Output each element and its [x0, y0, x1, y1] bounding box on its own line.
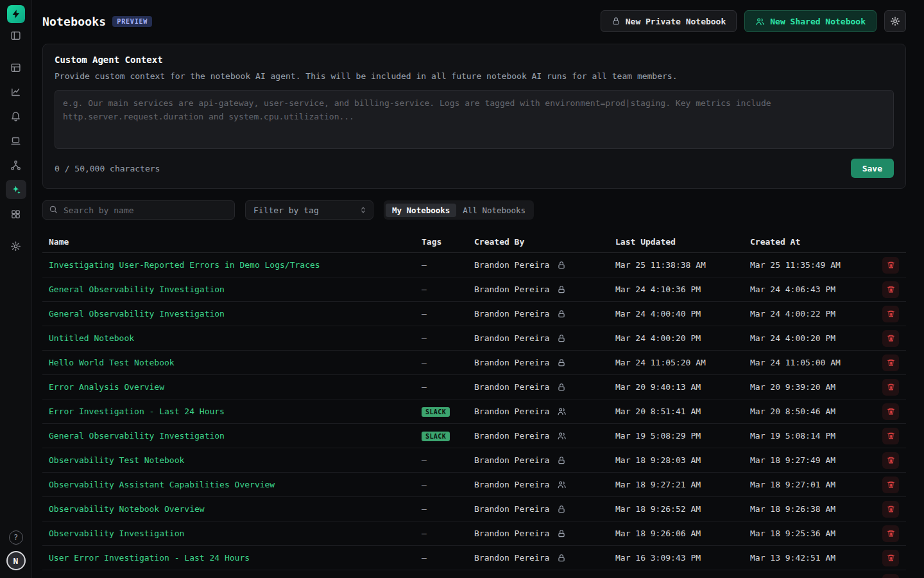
delete-notebook-button[interactable]	[882, 281, 899, 298]
creator-name: Brandon Pereira	[474, 333, 549, 343]
lock-icon	[557, 505, 566, 514]
created-at: Mar 24 11:05:00 AM	[750, 358, 878, 367]
new-private-notebook-button[interactable]: New Private Notebook	[601, 10, 737, 32]
sidebar-item-hosts[interactable]	[6, 131, 26, 150]
search-input[interactable]	[42, 200, 235, 220]
panel-left-icon	[10, 30, 21, 41]
delete-notebook-button[interactable]	[882, 306, 899, 322]
notebook-name-link[interactable]: Hello World Test Notebook	[49, 358, 175, 367]
lock-icon	[557, 529, 566, 538]
help-button[interactable]: ?	[9, 530, 23, 545]
delete-notebook-button[interactable]	[882, 355, 899, 371]
sidebar-item-services[interactable]	[6, 155, 26, 175]
table-row[interactable]: Untitled Notebook — Brandon Pereira Mar …	[42, 326, 906, 351]
delete-notebook-button[interactable]	[882, 550, 899, 566]
table-row[interactable]: General Observability Investigation SLAC…	[42, 424, 906, 448]
creator-name: Brandon Pereira	[474, 480, 549, 489]
last-updated: Mar 20 9:40:13 AM	[615, 382, 750, 392]
table-row[interactable]: General Observability Investigation — Br…	[42, 277, 906, 302]
notebook-name-link[interactable]: Observability Test Notebook	[49, 455, 184, 465]
notebook-name-link[interactable]: General Observability Investigation	[49, 431, 225, 441]
notebook-name-link[interactable]: Observability Assistant Capabilities Ove…	[49, 480, 275, 489]
trash-icon	[887, 285, 895, 293]
save-button[interactable]: Save	[851, 159, 894, 178]
delete-notebook-button[interactable]	[882, 525, 899, 542]
creator-name: Brandon Pereira	[474, 455, 549, 465]
sidebar-item-apps[interactable]	[6, 204, 26, 223]
delete-notebook-button[interactable]	[882, 574, 899, 578]
delete-notebook-button[interactable]	[882, 330, 899, 347]
column-last-updated: Last Updated	[615, 237, 750, 247]
delete-notebook-button[interactable]	[882, 403, 899, 420]
sidebar-item-alerts[interactable]	[6, 107, 26, 126]
column-created-by: Created By	[474, 237, 615, 247]
created-at: Mar 24 4:06:43 PM	[750, 285, 878, 294]
sidebar-item-tables[interactable]	[6, 58, 26, 77]
tag-badge: SLACK	[422, 407, 450, 417]
sidebar-item-panels[interactable]	[6, 26, 26, 45]
delete-notebook-button[interactable]	[882, 379, 899, 396]
users-icon	[557, 407, 567, 416]
notebook-name-link[interactable]: Untitled Notebook	[49, 333, 134, 343]
creator-name: Brandon Pereira	[474, 382, 549, 392]
tab-all-notebooks[interactable]: All Notebooks	[456, 204, 532, 217]
lightning-bolt-icon	[11, 9, 21, 19]
created-at: Mar 20 9:39:20 AM	[750, 382, 878, 392]
trash-icon	[887, 383, 895, 391]
notebook-name-link[interactable]: Error Analysis Overview	[49, 382, 164, 392]
notebook-settings-button[interactable]	[884, 10, 906, 32]
trash-icon	[887, 554, 895, 562]
delete-notebook-button[interactable]	[882, 477, 899, 493]
created-at: Mar 19 5:08:14 PM	[750, 431, 878, 441]
table-row[interactable]: Observability Notebook Overview — Brando…	[42, 497, 906, 521]
table-row[interactable]: Observability Assistant Capabilities Ove…	[42, 473, 906, 497]
tag-empty: —	[422, 529, 427, 538]
trash-icon	[887, 358, 895, 367]
table-row[interactable]: Observability Investigation — Brandon Pe…	[42, 521, 906, 546]
tag-empty: —	[422, 553, 427, 563]
creator-name: Brandon Pereira	[474, 407, 549, 416]
laptop-icon	[10, 136, 21, 146]
app-logo[interactable]	[7, 5, 25, 23]
delete-notebook-button[interactable]	[882, 501, 899, 518]
last-updated: Mar 24 4:00:40 PM	[615, 309, 750, 319]
notebook-name-link[interactable]: Observability Notebook Overview	[49, 504, 205, 514]
notebooks-table: Name Tags Created By Last Updated Create…	[42, 231, 906, 578]
delete-notebook-button[interactable]	[882, 428, 899, 444]
table-row[interactable]: Investigating User-Reported Errors in De…	[42, 253, 906, 277]
tag-filter-select[interactable]: Filter by tag	[245, 200, 373, 220]
users-icon	[755, 17, 765, 26]
trash-icon	[887, 261, 895, 269]
tab-my-notebooks[interactable]: My Notebooks	[386, 204, 456, 217]
agent-context-textarea[interactable]	[55, 90, 894, 149]
gear-icon	[890, 16, 900, 26]
table-row[interactable]: Hello World Test Notebook — Brandon Pere…	[42, 351, 906, 375]
notebook-name-link[interactable]: Error Investigation - Last 24 Hours	[49, 407, 225, 416]
notebook-name-link[interactable]: Observability Investigation	[49, 529, 184, 538]
sidebar-item-notebooks[interactable]	[6, 180, 26, 199]
sparkles-icon	[10, 184, 21, 195]
created-at: Mar 24 4:00:20 PM	[750, 333, 878, 343]
table-row[interactable]: User Error Investigation - Last 24 Hours…	[42, 546, 906, 570]
delete-notebook-button[interactable]	[882, 452, 899, 469]
table-icon	[10, 62, 21, 73]
notebook-name-link[interactable]: General Observability Investigation	[49, 309, 225, 319]
tag-empty: —	[422, 285, 427, 294]
table-header: Name Tags Created By Last Updated Create…	[42, 231, 906, 253]
notebook-name-link[interactable]: General Observability Investigation	[49, 285, 225, 294]
new-shared-notebook-button[interactable]: New Shared Notebook	[744, 10, 877, 32]
notebook-name-link[interactable]: Investigating User-Reported Errors in De…	[49, 260, 320, 270]
table-row[interactable]: Error Investigation - Last 24 Hours SLAC…	[42, 399, 906, 424]
table-row[interactable]: Observability Test Notebook — Brandon Pe…	[42, 448, 906, 473]
table-row[interactable]: General Observability Investigation — Br…	[42, 302, 906, 326]
preview-badge: PREVIEW	[112, 16, 152, 27]
table-row[interactable]: —	[42, 570, 906, 578]
notebook-name-link[interactable]: User Error Investigation - Last 24 Hours	[49, 553, 250, 563]
filter-bar: Filter by tag My Notebooks All Notebooks	[42, 200, 906, 220]
table-row[interactable]: Error Analysis Overview — Brandon Pereir…	[42, 375, 906, 399]
sidebar-item-settings[interactable]	[6, 236, 26, 256]
trash-icon	[887, 310, 895, 318]
user-avatar[interactable]: N	[6, 551, 26, 570]
delete-notebook-button[interactable]	[882, 257, 899, 274]
sidebar-item-charts[interactable]	[6, 82, 26, 101]
